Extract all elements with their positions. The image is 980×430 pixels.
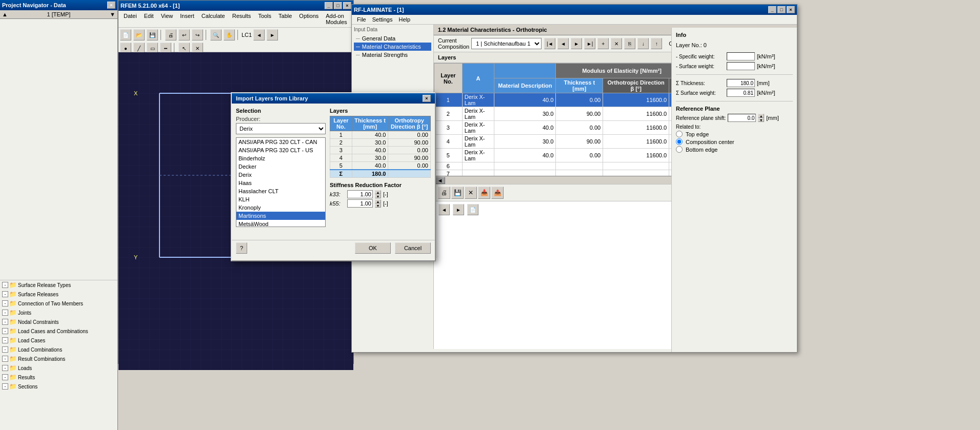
maximize-btn[interactable]: □ — [334, 2, 342, 9]
dialog-producer-listbox[interactable]: ANSI/APA PRG 320 CLT - CANANSI/APA PRG 3… — [236, 137, 326, 227]
collapse-results[interactable]: - — [2, 374, 8, 380]
producer-listbox-item[interactable]: Martinsons — [236, 212, 325, 220]
rf-export-btn[interactable]: ↑ — [651, 38, 662, 49]
rf-plane-shift-input[interactable] — [728, 114, 756, 122]
rf-tool-save[interactable]: 💾 — [451, 187, 464, 199]
redo-btn[interactable]: ↪ — [192, 29, 203, 40]
rf-tool-export[interactable]: 📤 — [491, 187, 504, 199]
tree-item-load-combinations[interactable]: - 📁 Load Combinations — [0, 345, 117, 354]
tree-item-load-cases-combinations[interactable]: - 📁 Load Cases and Combinations — [0, 326, 117, 336]
rf-prev-btn[interactable]: ◄ — [557, 38, 569, 49]
collapse-load-cases-combinations[interactable]: - — [2, 328, 8, 334]
dialog-k33-spin-down[interactable]: ▼ — [375, 194, 381, 198]
rf-calc-back[interactable]: ◄ — [438, 204, 450, 215]
rf-tool-delete-row[interactable]: ✕ — [465, 187, 477, 199]
rf-calc-page[interactable]: 📄 — [467, 204, 478, 215]
dialog-close-btn[interactable]: × — [423, 95, 431, 102]
dialog-k55-spin-up[interactable]: ▲ — [375, 199, 381, 203]
rf-spin-up[interactable]: ▲ — [758, 114, 764, 118]
rf-surface-weight-input[interactable] — [727, 62, 755, 70]
tree-item-surface-releases[interactable]: - 📁 Surface Releases — [0, 290, 117, 299]
collapse-joints[interactable]: - — [2, 310, 8, 316]
rf-radio-top[interactable]: Top edge — [676, 131, 793, 137]
undo-btn[interactable]: ↩ — [178, 29, 190, 40]
producer-listbox-item[interactable]: ANSI/APA PRG 320 CLT - US — [236, 146, 325, 154]
tree-item-joints[interactable]: - 📁 Joints — [0, 308, 117, 317]
producer-listbox-item[interactable]: ANSI/APA PRG 320 CLT - CAN — [236, 138, 325, 146]
collapse-load-combinations[interactable]: - — [2, 346, 8, 353]
print-btn[interactable]: 🖨 — [165, 29, 176, 40]
collapse-connection-two-members[interactable]: - — [2, 300, 8, 306]
new-btn[interactable]: 📄 — [120, 29, 131, 40]
rf-radio-center[interactable]: Composition center — [676, 138, 793, 145]
tree-item-result-combinations[interactable]: - 📁 Result Combinations — [0, 354, 117, 363]
dialog-k33-spin-up[interactable]: ▲ — [375, 190, 381, 194]
rf-sidebar-strength[interactable]: ─ Material Strengths — [354, 51, 431, 59]
rf-delete-composition-btn[interactable]: ✕ — [611, 38, 622, 49]
dialog-k55-spin-down[interactable]: ▼ — [375, 203, 381, 208]
producer-listbox-item[interactable]: Decker — [236, 162, 325, 171]
collapse-result-combinations[interactable]: - — [2, 356, 8, 362]
rf-maximize-btn[interactable]: □ — [777, 6, 786, 13]
zoom-btn[interactable]: 🔍 — [210, 29, 222, 40]
rf-spin-down[interactable]: ▼ — [758, 118, 764, 122]
tree-item-sections[interactable]: - 📁 Sections — [0, 382, 117, 391]
rf-import-btn[interactable]: ↓ — [637, 38, 649, 49]
rf-radio-top-input[interactable] — [676, 131, 683, 137]
rf-radio-bottom-input[interactable] — [676, 146, 683, 153]
producer-listbox-item[interactable]: Haas — [236, 179, 325, 187]
nav-minimize-btn[interactable]: × — [107, 2, 115, 9]
collapse-load-cases[interactable]: - — [2, 337, 8, 343]
rf-copy-btn[interactable]: ⎘ — [624, 38, 635, 49]
rf-specific-weight-input[interactable] — [727, 52, 755, 60]
dialog-cancel-btn[interactable]: Cancel — [395, 242, 431, 254]
rf-plane-shift-spin[interactable]: ▲ ▼ — [758, 114, 764, 122]
menu-addons[interactable]: Add-on Modules — [323, 12, 350, 26]
menu-edit[interactable]: Edit — [141, 12, 157, 26]
rf-menu-settings[interactable]: Settings — [369, 15, 396, 24]
producer-listbox-item[interactable]: MetsäWood — [236, 220, 325, 227]
rf-composition-select[interactable]: 1 | Schichtenaufbau 1 — [471, 38, 542, 49]
tree-item-surface-release-types[interactable]: - 📁 Surface Release Types — [0, 280, 117, 290]
producer-listbox-item[interactable]: Hasslacher CLT — [236, 187, 325, 195]
dialog-producer-select[interactable]: Derix — [236, 123, 326, 134]
menu-tools[interactable]: Tools — [255, 12, 274, 26]
rf-radio-center-input[interactable] — [676, 138, 683, 145]
rf-first-btn[interactable]: |◄ — [544, 38, 555, 49]
rf-close-btn[interactable]: × — [787, 6, 795, 13]
menu-insert[interactable]: Insert — [177, 12, 197, 26]
menu-view[interactable]: View — [158, 12, 176, 26]
tree-item-results[interactable]: - 📁 Results — [0, 373, 117, 382]
producer-listbox-item[interactable]: Binderholz — [236, 154, 325, 162]
menu-options[interactable]: Options — [296, 12, 322, 26]
rf-sidebar-material[interactable]: ─ Material Characteristics — [354, 43, 431, 51]
menu-calculate[interactable]: Calculate — [198, 12, 228, 26]
tree-item-nodal-constraints[interactable]: - 📁 Nodal Constraints — [0, 317, 117, 326]
lc-prev[interactable]: ◄ — [253, 29, 265, 40]
nav-arrow-up[interactable]: ▲ — [2, 11, 8, 17]
rf-next-btn[interactable]: ► — [571, 38, 582, 49]
rf-menu-file[interactable]: File — [354, 15, 369, 24]
tree-item-connection-two-members[interactable]: - 📁 Connection of Two Members — [0, 299, 117, 308]
dialog-k33-input[interactable] — [347, 190, 373, 198]
rf-new-composition-btn[interactable]: + — [597, 38, 609, 49]
collapse-sections[interactable]: - — [2, 383, 8, 390]
collapse-surface-release-types[interactable]: - — [2, 282, 8, 288]
nav-arrow-down[interactable]: ▼ — [110, 11, 115, 17]
open-btn[interactable]: 📂 — [133, 29, 145, 40]
hscroll-left[interactable]: ◄ — [435, 177, 445, 184]
menu-table[interactable]: Table — [275, 12, 295, 26]
close-btn[interactable]: × — [343, 2, 351, 9]
producer-listbox-item[interactable]: Kronoply — [236, 203, 325, 212]
collapse-surface-releases[interactable]: - — [2, 291, 8, 297]
rf-sum-thickness-input[interactable] — [727, 79, 755, 87]
producer-listbox-item[interactable]: KLH — [236, 195, 325, 203]
pan-btn[interactable]: ✋ — [224, 29, 235, 40]
rf-minimize-btn[interactable]: _ — [768, 6, 776, 13]
rf-last-btn[interactable]: ►| — [584, 38, 595, 49]
save-btn[interactable]: 💾 — [147, 29, 158, 40]
rf-tool-printer[interactable]: 🖨 — [438, 187, 450, 199]
rf-tool-import[interactable]: 📥 — [478, 187, 490, 199]
menu-results[interactable]: Results — [229, 12, 254, 26]
rf-radio-bottom[interactable]: Bottom edge — [676, 146, 793, 153]
